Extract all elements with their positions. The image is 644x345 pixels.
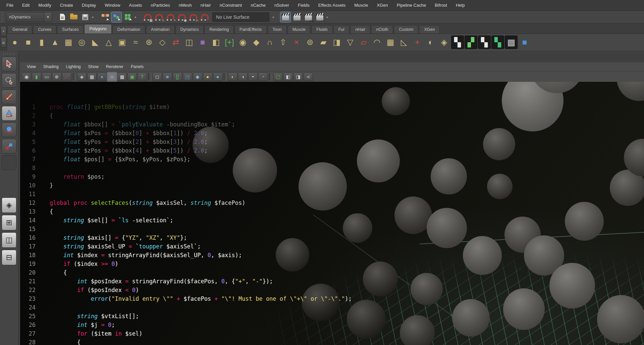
render-current-frame-icon[interactable] — [292, 12, 302, 22]
snap-to-projected-center-icon[interactable]: ◉ — [177, 12, 187, 22]
shelf-menu-button[interactable]: ▾ — [1, 26, 6, 36]
lasso-select-tool[interactable] — [2, 73, 16, 88]
occlusion-icon[interactable]: ◓ — [248, 72, 258, 81]
shelf-tab-surfaces[interactable]: Surfaces — [57, 25, 84, 34]
nparticle-sphere[interactable] — [411, 273, 443, 305]
menu-edit[interactable]: Edit — [18, 0, 34, 11]
menu-ncache[interactable]: nCache — [246, 0, 270, 11]
polygon-cone-icon[interactable]: ▲ — [48, 35, 62, 49]
paint-select-tool[interactable] — [2, 90, 16, 104]
reduce-icon[interactable]: ▽ — [343, 35, 357, 49]
nparticle-sphere[interactable] — [487, 174, 513, 199]
polygon-pyramid-icon[interactable]: △ — [102, 35, 115, 49]
gate-mask-icon[interactable]: ○ — [107, 72, 117, 81]
wireframe-on-shaded-icon[interactable]: ◳ — [183, 72, 192, 81]
panel-menu-view[interactable]: View — [23, 64, 39, 69]
collapse-arrow-icon[interactable]: ▸ — [134, 15, 137, 19]
snap-to-point-icon[interactable]: • — [165, 12, 175, 22]
shelf-tab-custom[interactable]: Custom — [394, 25, 418, 34]
shelf-tab-deformation[interactable]: Deformation — [112, 25, 145, 34]
last-tool-slot[interactable] — [2, 155, 16, 170]
polygon-prism-icon[interactable]: ◣ — [89, 35, 102, 49]
shelf-tab-xgen[interactable]: XGen — [419, 25, 440, 34]
open-scene-icon[interactable] — [69, 12, 79, 22]
boolean-union-icon[interactable]: ■ — [196, 35, 209, 49]
multi-cut-icon[interactable]: × — [290, 35, 303, 49]
status-line-grip[interactable] — [1, 13, 4, 21]
shelf-tab-general[interactable]: General — [7, 25, 32, 34]
panel-menu-shading[interactable]: Shading — [40, 64, 62, 69]
resolution-gate-icon[interactable]: ● — [97, 72, 107, 81]
polygon-pipe-icon[interactable]: ▣ — [115, 35, 129, 49]
shelf-tab-dynamics[interactable]: Dynamics — [175, 25, 204, 34]
scale-tool[interactable] — [2, 139, 16, 154]
textured-icon[interactable]: ◆ — [193, 72, 202, 81]
safe-action-icon[interactable]: ▣ — [127, 72, 137, 81]
triangulate-icon[interactable]: ◺ — [397, 35, 411, 49]
menu-file[interactable]: File — [2, 0, 18, 11]
nparticle-sphere[interactable] — [463, 236, 502, 275]
shelf-tab-polygons[interactable]: Polygons — [84, 24, 111, 34]
panel-menu-show[interactable]: Show — [85, 64, 102, 69]
shelf-tab-fluids[interactable]: Fluids — [311, 25, 332, 34]
uv-checker-2-icon[interactable]: ▚ — [478, 36, 491, 49]
bridge-icon[interactable]: ∩ — [263, 35, 276, 49]
nparticle-sphere[interactable] — [382, 87, 410, 115]
smooth-proxy-icon[interactable]: ◐ — [424, 35, 437, 49]
smooth-icon[interactable]: ◉ — [236, 35, 250, 49]
make-object-live-icon[interactable] — [200, 12, 210, 22]
collapse-arrow-icon[interactable]: ▸ — [92, 15, 95, 19]
uv-checker-green-icon[interactable]: ▞ — [465, 36, 477, 49]
menu-assets[interactable]: Assets — [125, 0, 147, 11]
separate-icon[interactable]: ◫ — [182, 35, 196, 49]
quadrangulate-icon[interactable]: ▦ — [384, 35, 397, 49]
film-gate-icon[interactable]: ▦ — [87, 72, 97, 81]
share-view-icon[interactable]: ≺ — [304, 72, 313, 81]
menu-create[interactable]: Create — [56, 0, 77, 11]
extract-icon[interactable]: ◧ — [209, 35, 223, 49]
menu-muscle[interactable]: Muscle — [350, 0, 372, 11]
new-scene-icon[interactable] — [57, 12, 67, 22]
crease-icon[interactable]: ▰ — [317, 35, 330, 49]
grease-pencil-icon[interactable]: ／ — [62, 72, 71, 81]
viewport-canvas[interactable]: 1proc float[] getBBPos(string $item)2{3 … — [20, 82, 644, 345]
grid-toggle-icon[interactable]: ◈ — [77, 72, 87, 81]
menu-effects-assets[interactable]: Effects Assets — [314, 0, 350, 11]
nparticle-sphere[interactable] — [565, 202, 604, 241]
polygon-platonic-solid-icon[interactable]: ◇ — [156, 35, 169, 49]
collapse-arrow-icon[interactable]: ▸ — [272, 15, 275, 19]
snap-to-grid-icon[interactable]: ▦ — [143, 12, 153, 22]
wireframe-icon[interactable]: ◻ — [153, 72, 162, 81]
shelf-tab-animation[interactable]: Animation — [146, 25, 175, 34]
mirror-icon[interactable]: ◨ — [330, 35, 343, 49]
image-plane-icon[interactable]: ▭ — [42, 72, 51, 81]
uv-checker-icon[interactable]: ▚ — [451, 36, 464, 49]
menu-xgen[interactable]: XGen — [372, 0, 392, 11]
smooth-shade-all-icon[interactable]: ■ — [163, 72, 172, 81]
shelf-tab-curves[interactable]: Curves — [33, 25, 56, 34]
nparticle-sphere[interactable] — [427, 208, 467, 248]
field-chart-icon[interactable]: ▩ — [117, 72, 127, 81]
live-surface-field[interactable]: No Live Surface — [212, 12, 269, 22]
shelf-tab-ncloth[interactable]: nCloth — [371, 25, 393, 34]
uv-checker-t-icon[interactable]: ▚ — [491, 36, 504, 49]
append-to-polygon-icon[interactable]: [+] — [223, 35, 236, 49]
menu-nhair[interactable]: nHair — [196, 0, 215, 11]
pan-zoom-icon[interactable]: ⊕ — [52, 72, 61, 81]
shelf-tab-nhair[interactable]: nHair — [350, 25, 370, 34]
nparticle-sphere[interactable] — [347, 300, 386, 339]
render-settings-icon[interactable]: :: — [315, 12, 325, 22]
menu-nsolver[interactable]: nSolver — [270, 0, 293, 11]
bounding-box-icon[interactable]: [] — [173, 72, 182, 81]
menu-pipeline-cache[interactable]: Pipeline Cache — [392, 0, 430, 11]
persp-graph-layout-button[interactable]: ⊟ — [2, 250, 16, 265]
menu-nparticles[interactable]: nParticles — [147, 0, 174, 11]
target-weld-icon[interactable]: ⊚ — [303, 35, 317, 49]
polygon-sphere-icon[interactable]: ● — [8, 35, 21, 49]
select-by-component-icon[interactable]: ➤ — [123, 12, 133, 22]
move-tool[interactable] — [2, 106, 16, 121]
shadows-icon[interactable]: ◑ — [238, 72, 248, 81]
menu-set-dropdown[interactable]: nDynamics ▼ — [6, 12, 52, 22]
nparticle-sphere[interactable] — [452, 299, 490, 337]
toolbox-grip[interactable] — [3, 53, 15, 55]
